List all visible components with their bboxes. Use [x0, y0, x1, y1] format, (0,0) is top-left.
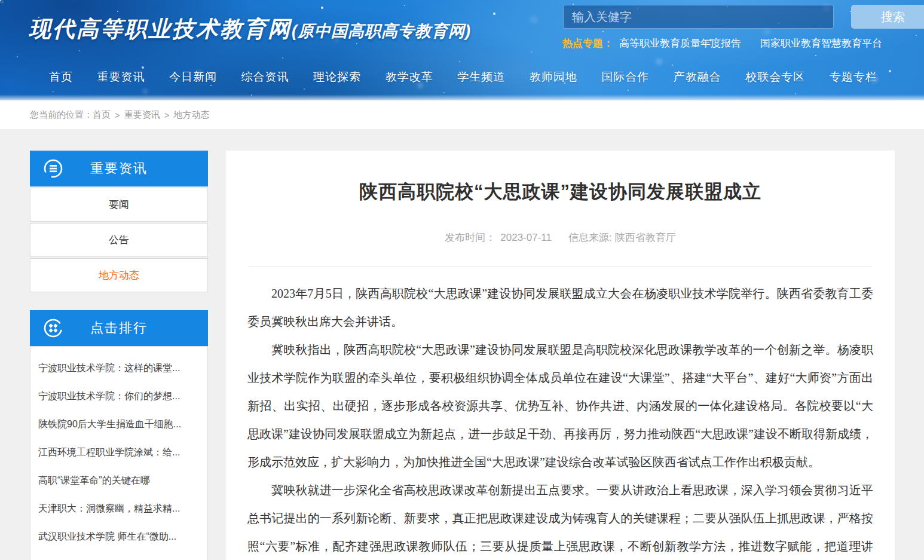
nav-item-theory-exploration[interactable]: 理论探索 — [313, 69, 361, 85]
breadcrumb: 您当前的位置： 首页 > 重要资讯 > 地方动态 — [0, 100, 924, 129]
hot-topics-bar: 热点专题： 高等职业教育质量年度报告 国家职业教育智慧教育平台 — [562, 36, 901, 50]
hot-topic-link-smart-platform[interactable]: 国家职业教育智慧教育平台 — [760, 36, 882, 50]
sidebar-item-gonggao[interactable]: 公告 — [30, 223, 208, 257]
site-logo-sub-text: (原中国高职高专教育网) — [292, 22, 471, 40]
site-header: 现代高等职业技术教育网(原中国高职高专教育网) 搜索 热点专题： 高等职业教育质… — [0, 0, 924, 100]
nav-item-international-cooperation[interactable]: 国际合作 — [601, 69, 649, 85]
sidebar: 重要资讯 要闻 公告 地方动态 — [30, 151, 208, 560]
sidebar-section-important-news: 重要资讯 要闻 公告 地方动态 — [30, 151, 208, 292]
article-paragraph: 冀映秋指出，陕西高职院校“大思政课”建设协同发展联盟是高职院校深化思政课教学改革… — [247, 336, 873, 476]
nav-item-today-news[interactable]: 今日新闻 — [169, 69, 217, 85]
main-navigation: 首页 重要资讯 今日新闻 综合资讯 理论探索 教学改革 学生频道 教师园地 国际… — [0, 60, 924, 94]
rank-item[interactable]: 武汉职业技术学院 师生在“微助... — [38, 522, 203, 550]
publish-time-label: 发布时间： — [445, 232, 495, 243]
search-button[interactable]: 搜索 — [851, 5, 924, 29]
sidebar-item-difang-dongtai[interactable]: 地方动态 — [30, 258, 208, 292]
breadcrumb-separator: > — [115, 110, 120, 120]
info-source-label: 信息来源: — [568, 232, 612, 243]
sidebar-section-header: 点击排行 — [30, 310, 208, 346]
starfield-glow-decoration — [0, 0, 4, 4]
click-ranking-list: 宁波职业技术学院：这样的课堂... 宁波职业技术学院：你们的梦想... 陕铁院9… — [30, 346, 208, 560]
nav-item-home[interactable]: 首页 — [49, 69, 73, 85]
hot-topics-label: 热点专题： — [562, 36, 613, 50]
rank-item[interactable]: 江西环境工程职业学院涂斌：给... — [38, 438, 203, 466]
content-area: 重要资讯 要闻 公告 地方动态 — [0, 129, 924, 560]
sidebar-item-yaowen[interactable]: 要闻 — [30, 188, 208, 222]
nav-item-teacher-garden[interactable]: 教师园地 — [530, 69, 577, 85]
article-body: 2023年7月5日，陕西高职院校“大思政课”建设协同发展联盟成立大会在杨凌职业技… — [237, 280, 884, 560]
nav-item-teaching-reform[interactable]: 教学改革 — [385, 69, 433, 85]
nav-item-student-channel[interactable]: 学生频道 — [457, 69, 505, 85]
article-paragraph: 冀映秋就进一步深化全省高校思政课改革创新提出五点要求。一要从讲政治上看思政课，深… — [247, 476, 873, 560]
sidebar-section-title: 重要资讯 — [30, 151, 208, 186]
search-input[interactable] — [563, 5, 834, 29]
nav-item-school-association[interactable]: 校联会专区 — [745, 69, 805, 85]
sidebar-section-title: 点击排行 — [30, 310, 208, 346]
breadcrumb-label: 您当前的位置： — [30, 109, 93, 121]
info-source-value: 陕西省教育厅 — [615, 232, 676, 243]
breadcrumb-link-local-news[interactable]: 地方动态 — [174, 109, 210, 121]
rank-item[interactable]: 天津职大：洞微察幽，精益求精... — [38, 494, 203, 522]
breadcrumb-link-important-news[interactable]: 重要资讯 — [124, 109, 160, 121]
breadcrumb-link-home[interactable]: 首页 — [93, 109, 111, 121]
nav-item-important-news[interactable]: 重要资讯 — [97, 69, 145, 85]
rank-item[interactable]: 宁波职业技术学院：这样的课堂... — [38, 354, 203, 382]
page-title: 陕西高职院校“大思政课”建设协同发展联盟成立 — [237, 179, 884, 204]
nav-item-industry-education[interactable]: 产教融合 — [674, 69, 721, 85]
nav-item-special-topics[interactable]: 专题专栏 — [830, 69, 877, 85]
site-logo-main-text: 现代高等职业技术教育网 — [29, 17, 292, 41]
rank-item[interactable]: 陕铁院90后大学生捐造血干细胞... — [38, 410, 203, 438]
site-logo: 现代高等职业技术教育网(原中国高职高专教育网) — [29, 14, 471, 44]
article-paragraph: 2023年7月5日，陕西高职院校“大思政课”建设协同发展联盟成立大会在杨凌职业技… — [247, 280, 873, 336]
sidebar-section-header: 重要资讯 — [30, 151, 208, 186]
sidebar-section-click-ranking: 点击排行 宁波职业技术学院：这样的课堂... 宁波职业技术学院：你们的梦想...… — [30, 310, 208, 560]
breadcrumb-separator: > — [164, 110, 170, 120]
rank-item[interactable]: 宁波职业技术学院：你们的梦想... — [38, 382, 203, 410]
rank-item[interactable]: 高职“课堂革命”的关键在哪 — [38, 466, 203, 494]
article-meta: 发布时间：2023-07-11信息来源:陕西省教育厅 — [237, 231, 884, 244]
nav-item-comprehensive-news[interactable]: 综合资讯 — [241, 69, 289, 85]
title-divider — [249, 266, 872, 267]
hot-topic-link-annual-report[interactable]: 高等职业教育质量年度报告 — [619, 36, 741, 50]
publish-date: 2023-07-11 — [500, 232, 552, 243]
article-panel: 陕西高职院校“大思政课”建设协同发展联盟成立 发布时间：2023-07-11信息… — [226, 151, 895, 560]
